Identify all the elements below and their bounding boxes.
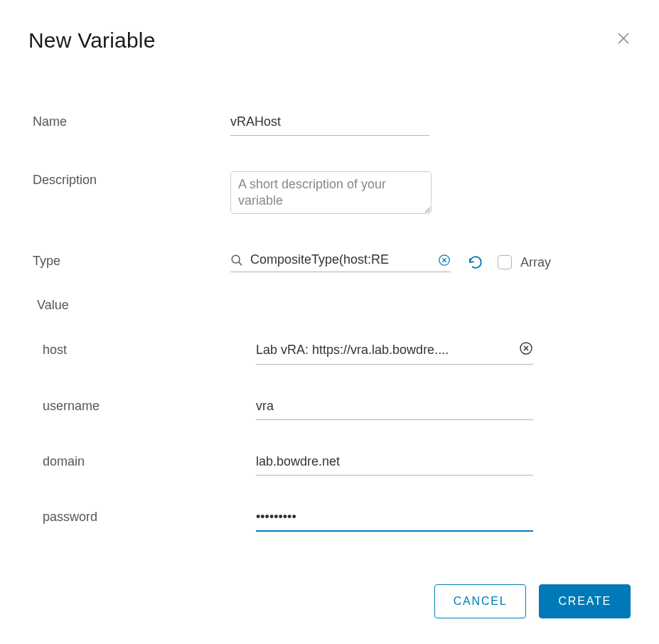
type-input[interactable] [246, 252, 438, 267]
clear-type-icon[interactable] [438, 254, 451, 267]
name-label: Name [33, 114, 67, 129]
type-label: Type [33, 254, 60, 268]
dialog-title: New Variable [28, 28, 156, 53]
search-icon[interactable] [230, 254, 243, 267]
domain-input[interactable] [256, 453, 533, 476]
new-variable-dialog: New Variable Name Description [0, 0, 659, 532]
value-section-label: Value [33, 298, 631, 313]
host-label: host [43, 343, 67, 357]
close-icon[interactable] [616, 28, 631, 45]
domain-label: domain [43, 454, 85, 468]
clear-host-icon[interactable] [519, 341, 533, 358]
host-value: Lab vRA: https://vra.lab.bowdre.... [256, 343, 519, 358]
name-input[interactable] [230, 113, 429, 136]
username-label: username [43, 399, 100, 413]
password-input[interactable] [256, 508, 533, 532]
svg-point-2 [232, 255, 240, 263]
host-input-container[interactable]: Lab vRA: https://vra.lab.bowdre.... [256, 341, 533, 365]
password-label: password [43, 510, 97, 524]
dialog-footer: CANCEL CREATE [434, 584, 631, 618]
svg-line-3 [239, 262, 242, 264]
description-input[interactable] [230, 171, 432, 214]
array-label: Array [520, 255, 551, 270]
form: Name Description Type [28, 113, 631, 532]
username-input[interactable] [256, 397, 533, 420]
description-label: Description [33, 173, 97, 187]
refresh-icon[interactable] [468, 254, 483, 270]
create-button[interactable]: CREATE [539, 584, 631, 618]
type-input-container [230, 252, 451, 272]
array-checkbox[interactable] [498, 255, 512, 269]
cancel-button[interactable]: CANCEL [434, 584, 527, 618]
